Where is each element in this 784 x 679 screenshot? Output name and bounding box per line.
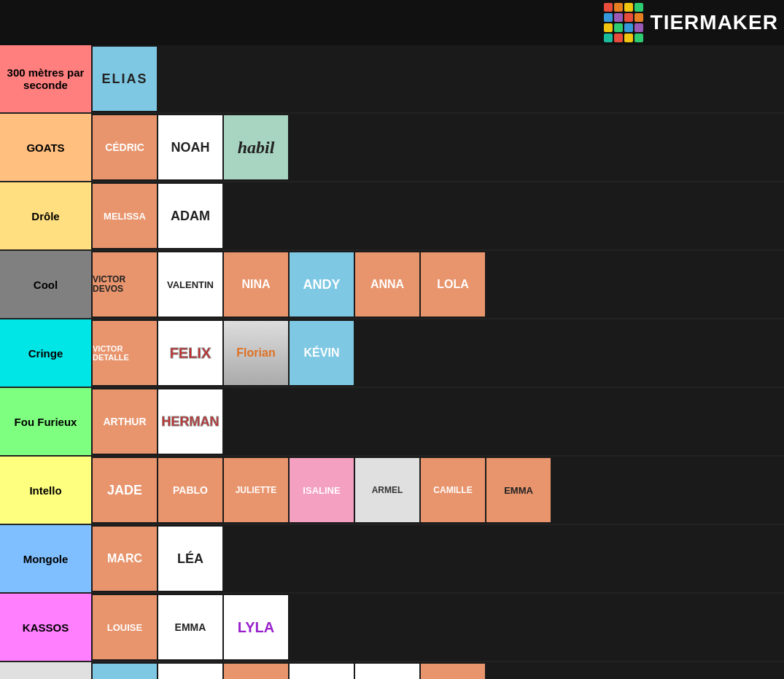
tier-item-anais[interactable]: ANAÏS	[421, 664, 485, 679]
tier-item-arthur[interactable]: ARTHUR	[93, 389, 157, 454]
tier-label-row-fantome: Fantôme	[0, 662, 91, 679]
tier-row-row-drole: DrôleMELISSAADAM	[0, 182, 784, 251]
tier-label-row-goats: GOATS	[0, 114, 91, 181]
tier-item-camille[interactable]: CAMILLE	[421, 458, 485, 522]
tier-row-row-intello: IntelloJADEPABLOJULIETTEISALINEARMELCAMI…	[0, 457, 784, 525]
tier-item-marc[interactable]: MARC	[93, 527, 157, 591]
tier-row-row-mongole: MongoleMARCLÉA	[0, 525, 784, 594]
tier-row-row-goats: GOATSCÉDRICNOAHhabil	[0, 114, 784, 182]
tier-items-row-cool: VICTOR DEVOSVALENTINNINAANDYANNALOLA	[91, 251, 784, 318]
tier-item-elias[interactable]: ELIAS	[93, 47, 157, 111]
logo-grid	[604, 3, 643, 42]
tier-row-row-300: 300 mètres par secondeELIAS	[0, 45, 784, 114]
tier-label-row-cool: Cool	[0, 251, 91, 318]
tier-item-habilete[interactable]: habil	[224, 115, 288, 179]
tier-label-row-cringe: Cringe	[0, 319, 91, 387]
tier-item-felix[interactable]: FELIX	[158, 321, 222, 385]
tier-item-herman[interactable]: HERMAN	[158, 389, 222, 454]
tiermaker-logo-text: TiERMAKER	[651, 11, 778, 34]
tier-items-row-fou: ARTHURHERMAN	[91, 388, 784, 455]
tier-item-cedric[interactable]: CÉDRIC	[93, 115, 157, 179]
tier-item-emilie[interactable]: Emilie	[290, 664, 354, 679]
tier-item-victordetalle[interactable]: VICTOR DETALLE	[93, 321, 157, 385]
tier-item-pablo[interactable]: PABLO	[158, 458, 222, 522]
tier-item-lise[interactable]: LISE	[224, 664, 288, 679]
tier-item-adam[interactable]: ADAM	[158, 184, 222, 248]
tiermaker-logo: TiERMAKER	[604, 3, 778, 42]
tier-item-noah[interactable]: NOAH	[158, 115, 222, 179]
tier-item-isaline[interactable]: ISALINE	[290, 458, 354, 522]
tier-rows: 300 mètres par secondeELIASGOATSCÉDRICNO…	[0, 45, 784, 679]
tier-items-row-drole: MELISSAADAM	[91, 182, 784, 249]
tier-row-row-cool: CoolVICTOR DEVOSVALENTINNINAANDYANNALOLA	[0, 251, 784, 319]
tier-item-lyla[interactable]: LYLA	[224, 595, 288, 659]
tier-item-nina[interactable]: NINA	[224, 252, 288, 317]
tier-item-kevin[interactable]: KÉVIN	[290, 321, 354, 385]
tier-row-row-fantome: FantômeMAXIMEHELOISELISEEmilieedeisANAÏS	[0, 662, 784, 679]
tier-label-row-fou: Fou Furieux	[0, 388, 91, 455]
header: TiERMAKER	[0, 0, 784, 45]
tier-items-row-intello: JADEPABLOJULIETTEISALINEARMELCAMILLEEMMA	[91, 457, 784, 524]
tier-label-row-intello: Intello	[0, 457, 91, 524]
tier-item-victordevos[interactable]: VICTOR DEVOS	[93, 252, 157, 317]
tier-items-row-cringe: VICTOR DETALLEFELIXFlorianKÉVIN	[91, 319, 784, 387]
tier-items-row-300: ELIAS	[91, 45, 784, 112]
tier-item-armel[interactable]: ARMEL	[355, 458, 419, 522]
tier-label-row-mongole: Mongole	[0, 525, 91, 592]
tier-item-valentin[interactable]: VALENTIN	[158, 252, 222, 317]
tier-item-lola[interactable]: LOLA	[421, 252, 485, 317]
tier-item-emma-intello[interactable]: EMMA	[486, 458, 551, 522]
tier-items-row-goats: CÉDRICNOAHhabil	[91, 114, 784, 181]
tierlist: TiERMAKER 300 mètres par secondeELIASGOA…	[0, 0, 784, 679]
tier-item-emma-kassos[interactable]: EMMA	[158, 595, 222, 659]
tier-row-row-kassos: KASSOSLOUISEEMMALYLA	[0, 594, 784, 662]
tier-item-heloise[interactable]: HELOISE	[158, 664, 222, 679]
tier-label-row-drole: Drôle	[0, 182, 91, 249]
tier-item-juliette[interactable]: JULIETTE	[224, 458, 288, 522]
tier-item-edeis[interactable]: edeis	[355, 664, 419, 679]
tier-item-louise[interactable]: LOUISE	[93, 595, 157, 659]
tier-row-row-fou: Fou FurieuxARTHURHERMAN	[0, 388, 784, 457]
tier-item-andy[interactable]: ANDY	[290, 252, 354, 317]
tier-item-melissa[interactable]: MELISSA	[93, 184, 157, 248]
tier-label-row-kassos: KASSOS	[0, 594, 91, 661]
tier-item-anna[interactable]: ANNA	[355, 252, 419, 317]
tier-item-maxime[interactable]: MAXIME	[93, 664, 157, 679]
tier-label-row-300: 300 mètres par seconde	[0, 45, 91, 112]
tier-item-florian[interactable]: Florian	[224, 321, 288, 385]
tier-items-row-kassos: LOUISEEMMALYLA	[91, 594, 784, 661]
tier-items-row-mongole: MARCLÉA	[91, 525, 784, 592]
tier-item-lea[interactable]: LÉA	[158, 527, 222, 591]
tier-row-row-cringe: CringeVICTOR DETALLEFELIXFlorianKÉVIN	[0, 319, 784, 388]
tier-items-row-fantome: MAXIMEHELOISELISEEmilieedeisANAÏS	[91, 662, 784, 679]
tier-item-jade[interactable]: JADE	[93, 458, 157, 522]
